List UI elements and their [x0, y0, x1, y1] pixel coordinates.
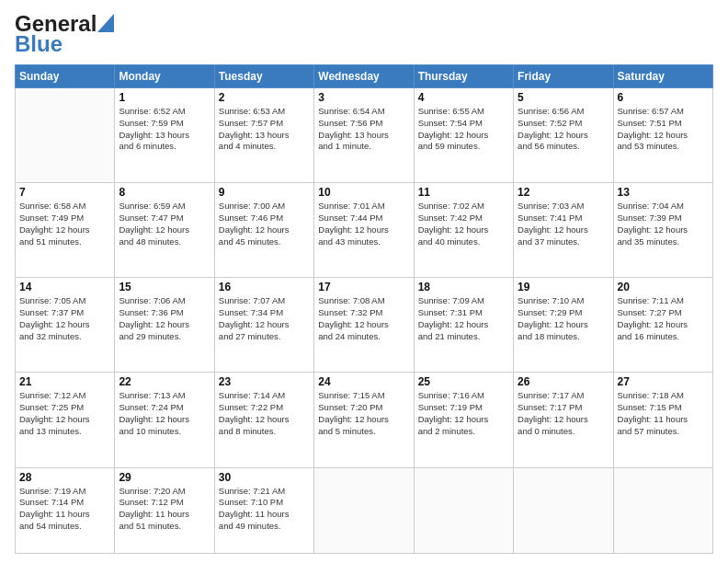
- day-info: Sunrise: 7:21 AM Sunset: 7:10 PM Dayligh…: [219, 486, 310, 533]
- calendar-cell: 10Sunrise: 7:01 AM Sunset: 7:44 PM Dayli…: [314, 183, 414, 278]
- day-info: Sunrise: 6:59 AM Sunset: 7:47 PM Dayligh…: [119, 201, 210, 247]
- calendar-cell: 21Sunrise: 7:12 AM Sunset: 7:25 PM Dayli…: [16, 373, 115, 467]
- calendar-cell: 29Sunrise: 7:20 AM Sunset: 7:12 PM Dayli…: [115, 467, 214, 553]
- day-info: Sunrise: 7:16 AM Sunset: 7:19 PM Dayligh…: [418, 390, 509, 437]
- day-info: Sunrise: 7:09 AM Sunset: 7:31 PM Dayligh…: [418, 295, 509, 342]
- day-info: Sunrise: 7:04 AM Sunset: 7:39 PM Dayligh…: [618, 201, 709, 247]
- calendar-cell: [613, 467, 712, 553]
- day-info: Sunrise: 7:00 AM Sunset: 7:46 PM Dayligh…: [219, 201, 310, 247]
- calendar-cell: [514, 467, 613, 553]
- logo-triangle-icon: [97, 14, 114, 32]
- calendar-cell: 5Sunrise: 6:56 AM Sunset: 7:52 PM Daylig…: [514, 88, 613, 183]
- day-number: 11: [418, 186, 509, 199]
- calendar-cell: 24Sunrise: 7:15 AM Sunset: 7:20 PM Dayli…: [314, 373, 414, 467]
- calendar-cell: 22Sunrise: 7:13 AM Sunset: 7:24 PM Dayli…: [115, 373, 214, 467]
- calendar-cell: 27Sunrise: 7:18 AM Sunset: 7:15 PM Dayli…: [613, 373, 712, 467]
- calendar-table: SundayMondayTuesdayWednesdayThursdayFrid…: [15, 64, 713, 554]
- calendar-cell: 15Sunrise: 7:06 AM Sunset: 7:36 PM Dayli…: [115, 278, 214, 373]
- day-number: 1: [119, 91, 210, 104]
- day-number: 4: [418, 91, 509, 104]
- day-number: 16: [219, 281, 310, 293]
- calendar-cell: 30Sunrise: 7:21 AM Sunset: 7:10 PM Dayli…: [214, 467, 313, 553]
- day-info: Sunrise: 6:54 AM Sunset: 7:56 PM Dayligh…: [318, 106, 409, 153]
- calendar-cell: 14Sunrise: 7:05 AM Sunset: 7:37 PM Dayli…: [16, 278, 115, 373]
- day-number: 15: [119, 281, 210, 293]
- day-info: Sunrise: 7:19 AM Sunset: 7:14 PM Dayligh…: [19, 486, 110, 533]
- day-info: Sunrise: 6:52 AM Sunset: 7:59 PM Dayligh…: [119, 106, 210, 153]
- calendar-week-2: 7Sunrise: 6:58 AM Sunset: 7:49 PM Daylig…: [16, 183, 713, 278]
- calendar-week-5: 28Sunrise: 7:19 AM Sunset: 7:14 PM Dayli…: [16, 467, 713, 553]
- day-number: 12: [518, 186, 609, 199]
- day-number: 22: [119, 375, 210, 388]
- day-info: Sunrise: 6:58 AM Sunset: 7:49 PM Dayligh…: [19, 201, 110, 247]
- calendar-cell: 1Sunrise: 6:52 AM Sunset: 7:59 PM Daylig…: [115, 88, 214, 183]
- day-info: Sunrise: 6:56 AM Sunset: 7:52 PM Dayligh…: [518, 106, 609, 153]
- day-info: Sunrise: 7:13 AM Sunset: 7:24 PM Dayligh…: [119, 390, 210, 437]
- day-number: 25: [418, 375, 509, 388]
- calendar-cell: [414, 467, 513, 553]
- calendar-week-3: 14Sunrise: 7:05 AM Sunset: 7:37 PM Dayli…: [16, 278, 713, 373]
- logo: General Blue: [15, 11, 114, 57]
- day-info: Sunrise: 7:06 AM Sunset: 7:36 PM Dayligh…: [119, 295, 210, 342]
- day-info: Sunrise: 7:03 AM Sunset: 7:41 PM Dayligh…: [518, 201, 609, 247]
- day-number: 26: [518, 375, 609, 388]
- day-number: 19: [518, 281, 609, 293]
- svg-marker-0: [97, 14, 114, 32]
- day-info: Sunrise: 7:17 AM Sunset: 7:17 PM Dayligh…: [518, 390, 609, 437]
- day-info: Sunrise: 7:02 AM Sunset: 7:42 PM Dayligh…: [418, 201, 509, 247]
- weekday-header-wednesday: Wednesday: [314, 65, 414, 88]
- day-number: 7: [19, 186, 110, 199]
- day-info: Sunrise: 7:10 AM Sunset: 7:29 PM Dayligh…: [518, 295, 609, 342]
- calendar-cell: 26Sunrise: 7:17 AM Sunset: 7:17 PM Dayli…: [514, 373, 613, 467]
- calendar-cell: 16Sunrise: 7:07 AM Sunset: 7:34 PM Dayli…: [214, 278, 313, 373]
- calendar-cell: 9Sunrise: 7:00 AM Sunset: 7:46 PM Daylig…: [214, 183, 313, 278]
- calendar-cell: 23Sunrise: 7:14 AM Sunset: 7:22 PM Dayli…: [214, 373, 313, 467]
- calendar-week-1: 1Sunrise: 6:52 AM Sunset: 7:59 PM Daylig…: [16, 88, 713, 183]
- day-number: 28: [19, 471, 110, 484]
- calendar-cell: 17Sunrise: 7:08 AM Sunset: 7:32 PM Dayli…: [314, 278, 414, 373]
- weekday-header-saturday: Saturday: [613, 65, 712, 88]
- day-number: 2: [219, 91, 310, 104]
- calendar-cell: 18Sunrise: 7:09 AM Sunset: 7:31 PM Dayli…: [414, 278, 513, 373]
- day-number: 24: [318, 375, 409, 388]
- day-number: 9: [219, 186, 310, 199]
- weekday-header-thursday: Thursday: [414, 65, 513, 88]
- day-info: Sunrise: 7:15 AM Sunset: 7:20 PM Dayligh…: [318, 390, 409, 437]
- calendar-cell: 11Sunrise: 7:02 AM Sunset: 7:42 PM Dayli…: [414, 183, 513, 278]
- day-number: 21: [19, 375, 110, 388]
- calendar-header-row: SundayMondayTuesdayWednesdayThursdayFrid…: [16, 65, 713, 88]
- day-info: Sunrise: 7:01 AM Sunset: 7:44 PM Dayligh…: [318, 201, 409, 247]
- calendar-cell: 12Sunrise: 7:03 AM Sunset: 7:41 PM Dayli…: [514, 183, 613, 278]
- day-info: Sunrise: 7:20 AM Sunset: 7:12 PM Dayligh…: [119, 486, 210, 533]
- day-number: 23: [219, 375, 310, 388]
- calendar-cell: 3Sunrise: 6:54 AM Sunset: 7:56 PM Daylig…: [314, 88, 414, 183]
- day-info: Sunrise: 6:55 AM Sunset: 7:54 PM Dayligh…: [418, 106, 509, 153]
- day-number: 10: [318, 186, 409, 199]
- weekday-header-tuesday: Tuesday: [214, 65, 313, 88]
- weekday-header-monday: Monday: [115, 65, 214, 88]
- day-number: 6: [618, 91, 709, 104]
- day-info: Sunrise: 7:14 AM Sunset: 7:22 PM Dayligh…: [219, 390, 310, 437]
- day-number: 8: [119, 186, 210, 199]
- logo-blue: Blue: [15, 31, 63, 57]
- calendar-cell: 25Sunrise: 7:16 AM Sunset: 7:19 PM Dayli…: [414, 373, 513, 467]
- day-info: Sunrise: 7:11 AM Sunset: 7:27 PM Dayligh…: [618, 295, 709, 342]
- calendar-cell: 13Sunrise: 7:04 AM Sunset: 7:39 PM Dayli…: [613, 183, 712, 278]
- day-number: 13: [618, 186, 709, 199]
- day-info: Sunrise: 6:53 AM Sunset: 7:57 PM Dayligh…: [219, 106, 310, 153]
- calendar-week-4: 21Sunrise: 7:12 AM Sunset: 7:25 PM Dayli…: [16, 373, 713, 467]
- day-info: Sunrise: 7:07 AM Sunset: 7:34 PM Dayligh…: [219, 295, 310, 342]
- page: General Blue SundayMondayTuesdayWednesda…: [0, 0, 728, 563]
- day-number: 5: [518, 91, 609, 104]
- weekday-header-friday: Friday: [514, 65, 613, 88]
- day-number: 27: [618, 375, 709, 388]
- calendar-cell: 8Sunrise: 6:59 AM Sunset: 7:47 PM Daylig…: [115, 183, 214, 278]
- day-number: 29: [119, 471, 210, 484]
- day-info: Sunrise: 6:57 AM Sunset: 7:51 PM Dayligh…: [618, 106, 709, 153]
- header: General Blue: [15, 11, 713, 57]
- day-number: 18: [418, 281, 509, 293]
- day-info: Sunrise: 7:12 AM Sunset: 7:25 PM Dayligh…: [19, 390, 110, 437]
- calendar-cell: 6Sunrise: 6:57 AM Sunset: 7:51 PM Daylig…: [613, 88, 712, 183]
- day-number: 20: [618, 281, 709, 293]
- calendar-cell: 7Sunrise: 6:58 AM Sunset: 7:49 PM Daylig…: [16, 183, 115, 278]
